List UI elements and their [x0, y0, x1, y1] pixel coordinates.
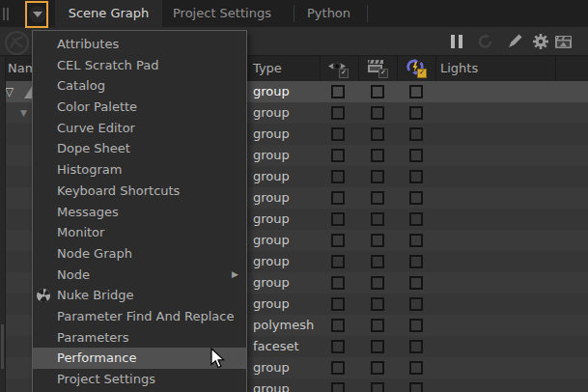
viewer-visibility-checkbox[interactable] [331, 85, 345, 98]
render-visibility-checkbox[interactable] [371, 191, 384, 205]
live-render-updates-checkbox[interactable] [409, 212, 423, 226]
render-visibility-checkbox[interactable] [371, 340, 384, 353]
edit-pencil-icon[interactable] [507, 34, 526, 49]
panel-drag-handle[interactable] [3, 8, 10, 20]
live-render-updates-checkbox[interactable] [409, 255, 423, 268]
settings-gear-icon[interactable] [531, 34, 550, 49]
live-render-updates-checkbox[interactable] [409, 297, 423, 311]
menu-item-label: Parameters [57, 330, 128, 345]
menu-item-nuke-bridge[interactable]: Nuke Bridge [33, 285, 246, 306]
render-visibility-checkbox[interactable] [371, 106, 384, 120]
live-render-updates-checkbox[interactable] [409, 340, 423, 353]
row-type-label: group [253, 81, 290, 102]
viewer-visibility-checkbox[interactable] [331, 212, 345, 226]
viewer-visibility-checkbox[interactable] [331, 106, 345, 120]
tab-bar: Scene Graph Project Settings Python [0, 0, 588, 27]
menu-item-label: Project Settings [57, 372, 155, 386]
render-visibility-checkbox[interactable] [371, 149, 384, 162]
render-visibility-checkbox[interactable] [371, 170, 384, 183]
viewer-visibility-checkbox[interactable] [331, 127, 345, 141]
render-visibility-checkbox[interactable] [371, 297, 384, 311]
viewer-visibility-checkbox[interactable] [331, 149, 345, 162]
viewer-visibility-checkbox[interactable] [331, 382, 345, 392]
live-render-updates-checkbox[interactable] [409, 191, 423, 205]
tab-project-settings[interactable]: Project Settings [173, 0, 271, 27]
panel-type-menu: AttributesCEL Scratch PadCatalogColor Pa… [32, 30, 247, 392]
render-slate-icon[interactable] [554, 34, 574, 49]
menu-item-keyboard-shortcuts[interactable]: Keyboard Shortcuts [33, 181, 246, 202]
menu-item-histogram[interactable]: Histogram [33, 159, 246, 181]
vertical-scrollbar[interactable] [0, 56, 6, 392]
render-visibility-checkbox[interactable] [371, 382, 384, 392]
expander-open-icon[interactable]: ▼ [20, 106, 27, 120]
render-visibility-checkbox[interactable] [371, 276, 384, 290]
submenu-arrow-icon: ▶ [232, 265, 238, 286]
render-visibility-icon[interactable]: ✓ [367, 59, 388, 78]
viewer-visibility-checkbox[interactable] [331, 297, 345, 311]
menu-item-label: Parameter Find And Replace [57, 309, 234, 323]
live-render-updates-checkbox[interactable] [409, 127, 423, 141]
viewer-visibility-checkbox[interactable] [331, 276, 345, 290]
render-visibility-checkbox[interactable] [371, 255, 384, 268]
live-render-updates-checkbox[interactable] [409, 149, 423, 162]
refresh-icon[interactable] [476, 34, 495, 49]
viewer-visibility-checkbox[interactable] [331, 170, 345, 183]
viewer-visibility-icon[interactable]: ✓ [327, 59, 349, 78]
menu-item-node[interactable]: Node▶ [33, 265, 246, 286]
menu-item-monitor[interactable]: Monitor [33, 222, 246, 243]
menu-item-node-graph[interactable]: Node Graph [33, 243, 246, 265]
live-render-updates-icon[interactable]: ✓ [406, 59, 427, 78]
viewer-visibility-checkbox[interactable] [331, 361, 345, 375]
row-type-label: group [253, 251, 290, 272]
menu-item-parameter-find-and-replace[interactable]: Parameter Find And Replace [33, 306, 246, 327]
menu-item-parameters[interactable]: Parameters [33, 327, 246, 349]
menu-item-label: Catalog [57, 78, 105, 93]
menu-item-catalog[interactable]: Catalog [33, 75, 246, 97]
render-visibility-checkbox[interactable] [371, 234, 384, 247]
live-render-updates-checkbox[interactable] [409, 361, 423, 375]
menu-item-attributes[interactable]: Attributes [33, 34, 246, 55]
render-visibility-checkbox[interactable] [371, 212, 384, 226]
row-type-label: faceset [253, 336, 299, 357]
menu-item-project-settings[interactable]: Project Settings [33, 369, 246, 390]
menu-item-label: Histogram [57, 162, 122, 177]
menu-item-label: Keyboard Shortcuts [57, 183, 180, 198]
live-render-updates-checkbox[interactable] [409, 319, 423, 332]
scrollbar-thumb[interactable] [1, 324, 4, 369]
render-visibility-checkbox[interactable] [371, 361, 384, 375]
menu-item-label: Node [57, 267, 90, 282]
tab-scene-graph[interactable]: Scene Graph [55, 0, 162, 27]
viewer-visibility-checkbox[interactable] [331, 340, 345, 353]
viewer-visibility-checkbox[interactable] [331, 255, 345, 268]
column-header-lights[interactable]: Lights [440, 56, 478, 81]
expander-open-icon[interactable]: ▽ [5, 84, 14, 99]
menu-item-label: Performance [57, 350, 136, 365]
render-visibility-checkbox[interactable] [371, 85, 384, 98]
menu-item-curve-editor[interactable]: Curve Editor [33, 118, 246, 139]
mouse-cursor [210, 348, 225, 369]
katana-logo-icon [4, 30, 30, 56]
tab-python[interactable]: Python [307, 0, 350, 27]
menu-item-dope-sheet[interactable]: Dope Sheet [33, 138, 246, 159]
live-render-updates-checkbox[interactable] [409, 170, 423, 183]
live-render-updates-checkbox[interactable] [409, 382, 423, 392]
pause-icon[interactable] [448, 34, 467, 49]
live-render-updates-checkbox[interactable] [409, 276, 423, 290]
row-type-label: group [253, 124, 290, 145]
menu-item-cel-scratch-pad[interactable]: CEL Scratch Pad [33, 55, 246, 76]
render-visibility-checkbox[interactable] [371, 319, 384, 332]
row-type-label: group [253, 230, 290, 251]
render-visibility-checkbox[interactable] [371, 127, 384, 141]
menu-item-label: Nuke Bridge [57, 288, 134, 302]
live-render-updates-checkbox[interactable] [409, 106, 423, 120]
viewer-visibility-checkbox[interactable] [331, 319, 345, 332]
viewer-visibility-checkbox[interactable] [331, 234, 345, 247]
viewer-visibility-checkbox[interactable] [331, 191, 345, 205]
menu-item-messages[interactable]: Messages [33, 202, 246, 223]
live-render-updates-checkbox[interactable] [409, 234, 423, 247]
row-type-label: group [253, 102, 290, 124]
menu-item-color-palette[interactable]: Color Palette [33, 97, 246, 118]
column-header-type[interactable]: Type [253, 56, 282, 81]
live-render-updates-checkbox[interactable] [409, 85, 423, 98]
menu-item-label: Monitor [57, 225, 104, 239]
